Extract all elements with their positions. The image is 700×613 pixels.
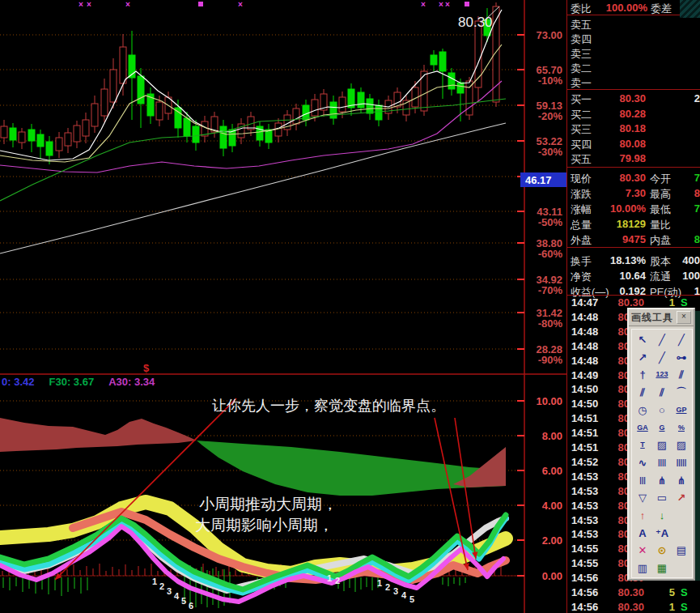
tape-flag: S (681, 601, 688, 613)
parallel-3-icon[interactable]: ⫽ (672, 366, 691, 383)
circle-radius-icon[interactable]: ◷ (633, 402, 652, 419)
info-label: 外盘 (571, 233, 592, 248)
axis-price-label: 38.80-60% (518, 238, 562, 259)
candle-up (1, 126, 7, 138)
tape-time: 14:51 (571, 427, 598, 439)
candle-up (312, 100, 318, 116)
axis-price-label: 65.70-10% (518, 65, 562, 86)
annotation-text-2: 小周期推动大周期， (199, 494, 337, 515)
panel-divider (567, 89, 700, 90)
tape-time: 14:56 (571, 572, 598, 584)
svg-text:×: × (125, 0, 130, 9)
zigzag-icon[interactable]: ∿ (633, 454, 652, 471)
corner-decoration (680, 0, 700, 18)
empty-3 (672, 560, 691, 577)
empty-2 (672, 525, 691, 542)
axis-price-label: 43.11-50% (518, 206, 562, 228)
candle-down (193, 126, 199, 143)
triangle-icon[interactable]: ▽ (633, 489, 652, 506)
indicator-header: 0: 3.42F30: 3.67A30: 3.34 (2, 376, 169, 388)
info-value: 400 (682, 254, 700, 266)
indicator-value-3: A30: 3.34 (108, 376, 155, 388)
gp-tool-icon[interactable]: GP (672, 402, 691, 419)
line-icon[interactable]: ╱ (672, 331, 691, 348)
palette-title-bar[interactable]: 画线工具 × (629, 309, 694, 326)
h-line-icon[interactable]: ⊶ (672, 349, 691, 366)
g-tool-icon[interactable]: G (652, 419, 672, 436)
info-value: 7 (694, 172, 700, 184)
v-lines-5-icon[interactable]: ||||| (672, 454, 691, 471)
candle-down (457, 83, 464, 93)
empty-1 (672, 507, 691, 524)
channel-a-icon[interactable]: ▨ (652, 436, 672, 453)
candle-up (91, 104, 98, 126)
indicator-axis-label: 4.00 (518, 500, 562, 512)
bid-price: 80.30 (608, 92, 646, 104)
wave-count-digit: 3 (393, 586, 398, 596)
arc-icon[interactable]: ⌒ (672, 384, 691, 401)
drawing-tools-palette: 画线工具 × ↖╱╱↗╱⊶†123⫽⫽⫽⌒◷○GPGAG%T▨▨∿|||||||… (627, 308, 695, 581)
rectangle-icon[interactable]: ▭ (652, 489, 672, 506)
segment-icon[interactable]: ╱ (652, 349, 672, 366)
t-lines-icon[interactable]: T (633, 436, 652, 453)
candle-down (358, 92, 364, 108)
tape-time: 14:53 (571, 485, 598, 497)
info-label: 内盘 (650, 233, 671, 248)
svg-text:×: × (445, 0, 450, 9)
info-label: 净资 (571, 270, 592, 284)
arrow-down-icon[interactable]: ↓ (652, 507, 672, 524)
candle-up (101, 89, 108, 116)
ellipse-icon[interactable]: ○ (652, 402, 672, 419)
candle-up (156, 102, 163, 120)
tape-time: 14:49 (571, 369, 598, 381)
close-icon[interactable]: × (677, 311, 691, 324)
info-value: 7.30 (603, 187, 646, 199)
list-tool-icon[interactable]: ▤ (672, 542, 691, 559)
wave-count-digit: 2 (159, 581, 164, 591)
price-note-icon[interactable]: 123 (652, 366, 672, 383)
ask-label: 卖五 (571, 18, 592, 32)
delete-tool-icon[interactable]: ✕ (633, 542, 652, 559)
trading-app-window: ××××××× 73.0065.70-10%59.13-20%53.22-30%… (0, 0, 700, 613)
candle-up (293, 109, 299, 124)
ask-label: 卖二 (571, 62, 592, 76)
flag-symbol: $ (143, 362, 149, 374)
fan-2-icon[interactable]: ⋔ (672, 472, 691, 489)
capture-tool-icon[interactable]: ▦ (652, 560, 672, 577)
indicator-value-2: F30: 3.67 (49, 376, 94, 388)
parallel-2a-icon[interactable]: ⫽ (633, 384, 652, 401)
panel-divider (567, 295, 700, 296)
v-line-icon[interactable]: † (633, 366, 652, 383)
panel-divider (567, 247, 700, 248)
cursor-icon[interactable]: ↖ (633, 331, 652, 348)
tape-time: 14:47 (571, 296, 598, 309)
v-lines-3-icon[interactable]: ||| (633, 472, 652, 489)
percent-tool-icon[interactable]: % (672, 419, 691, 436)
arrow-up-icon[interactable]: ↑ (633, 507, 652, 524)
bid-label: 买三 (571, 122, 592, 137)
line-thin-icon[interactable]: ╱ (652, 331, 672, 348)
text-plus-tool-icon[interactable]: ⁺A (652, 525, 672, 542)
indicator-axis-label: 0.00 (518, 570, 562, 582)
info-label: 涨跌 (571, 187, 592, 202)
tape-price: 80.30 (606, 601, 644, 613)
parallel-2b-icon[interactable]: ⫽ (652, 384, 672, 401)
ruler-tool-icon[interactable]: ▥ (633, 560, 652, 577)
wave-count-digit: 4 (401, 590, 406, 600)
ga-tool-icon[interactable]: GA (633, 419, 652, 436)
tape-time: 14:50 (571, 398, 598, 410)
mark-arrow-icon[interactable]: ↗ (672, 489, 691, 506)
tape-time: 14:48 (571, 311, 598, 323)
candle-down (37, 134, 44, 147)
channel-b-icon[interactable]: ▨ (672, 436, 691, 453)
v-lines-4-icon[interactable]: |||| (652, 454, 672, 471)
axis-price-label: 59.13-20% (518, 100, 562, 121)
arrow-line-icon[interactable]: ↗ (633, 349, 652, 366)
tape-time: 14:56 (571, 601, 598, 613)
svg-text:×: × (87, 0, 91, 9)
fan-icon[interactable]: ⋔ (652, 472, 672, 489)
wave-count-digit: 1 (377, 578, 382, 588)
text-tool-icon[interactable]: A (633, 525, 652, 542)
bid-label: 买五 (571, 152, 592, 167)
hide-tool-icon[interactable]: ⊙ (652, 542, 672, 559)
